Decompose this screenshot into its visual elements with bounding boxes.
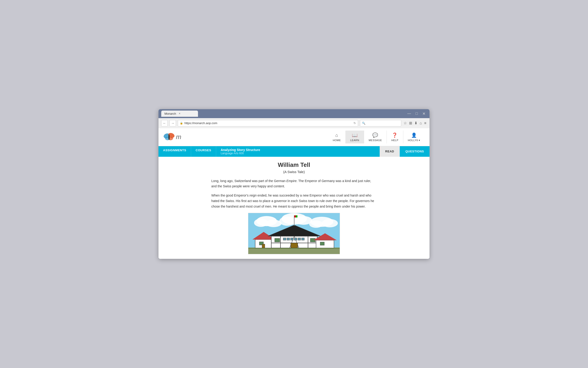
svg-rect-43 <box>296 215 297 217</box>
search-bar[interactable]: 🔍 <box>360 120 401 126</box>
forward-button[interactable]: → <box>169 120 176 126</box>
article-paragraph-1: Long, long ago, Switzerland was part of … <box>211 178 377 189</box>
article-image-container <box>168 213 420 254</box>
site-header: m ⌂ HOME 📖 LEARN 💬 MESSAGE ❓ HELP <box>159 128 429 146</box>
site-navigation: ⌂ HOME 📖 LEARN 💬 MESSAGE ❓ HELP 👤 H <box>328 130 425 144</box>
site-logo[interactable]: m <box>163 132 181 142</box>
breadcrumb-current-subtitle: Language Arts 600 <box>221 152 375 155</box>
breadcrumb-current-title: Analyzing Story Structure <box>221 148 375 152</box>
svg-rect-34 <box>294 238 297 240</box>
breadcrumb-current-page: Analyzing Story Structure Language Arts … <box>216 146 380 157</box>
tab-title: Monarch <box>164 112 176 115</box>
article-subtitle: (A Swiss Tale) <box>168 170 420 174</box>
breadcrumb-courses[interactable]: COURSES <box>191 146 216 157</box>
ssl-lock-icon: 🔒 <box>180 122 183 125</box>
search-icon: 🔍 <box>362 122 365 125</box>
nav-user-label: HOLLY6 ▾ <box>408 139 420 142</box>
nav-learn[interactable]: 📖 LEARN <box>346 130 364 143</box>
nav-home-label: HOME <box>333 139 341 142</box>
learn-icon: 📖 <box>352 132 358 138</box>
svg-rect-15 <box>248 248 340 254</box>
logo-text: m <box>176 133 181 141</box>
home-icon: ⌂ <box>335 133 338 138</box>
download-icon[interactable]: ⬇ <box>414 120 418 126</box>
maximize-button[interactable]: □ <box>414 111 419 116</box>
article-image <box>248 213 340 254</box>
svg-rect-33 <box>291 238 293 240</box>
browser-action-buttons: ☆ ⊞ ⬇ ⌂ ≡ <box>403 120 427 126</box>
empire-italic: Empire <box>286 179 296 183</box>
swiss-building-illustration <box>248 213 340 254</box>
read-button[interactable]: READ <box>380 146 400 157</box>
svg-rect-19 <box>262 244 265 248</box>
home-browser-icon[interactable]: ⌂ <box>419 121 422 126</box>
user-icon: 👤 <box>411 132 417 138</box>
article-title: William Tell <box>168 161 420 168</box>
url-text: https://monarch.aop.com <box>184 121 352 125</box>
browser-window: Monarch × — □ ✕ ← → 🔒 https://monarch.ao… <box>159 109 429 259</box>
svg-point-13 <box>309 221 323 228</box>
article-body: Long, long ago, Switzerland was part of … <box>211 178 377 209</box>
svg-rect-36 <box>302 238 304 240</box>
svg-point-4 <box>168 134 170 140</box>
breadcrumb-assignments[interactable]: ASSIGNMENTS <box>159 146 191 157</box>
questions-button[interactable]: QUESTIONS <box>400 146 429 157</box>
close-button[interactable]: ✕ <box>421 111 427 116</box>
nav-message[interactable]: 💬 MESSAGE <box>364 130 387 143</box>
svg-rect-40 <box>320 242 324 245</box>
breadcrumb-actions: READ QUESTIONS <box>380 146 429 157</box>
help-icon: ❓ <box>392 132 398 138</box>
svg-rect-35 <box>298 238 301 240</box>
nav-help[interactable]: ❓ HELP <box>387 130 403 143</box>
svg-rect-38 <box>316 240 334 248</box>
back-button[interactable]: ← <box>161 120 168 126</box>
website-content: m ⌂ HOME 📖 LEARN 💬 MESSAGE ❓ HELP <box>159 128 429 259</box>
nav-learn-label: LEARN <box>350 139 359 142</box>
message-icon: 💬 <box>372 132 378 138</box>
nav-help-label: HELP <box>391 139 399 142</box>
address-bar[interactable]: 🔒 https://monarch.aop.com ↻ <box>178 120 358 126</box>
nav-message-label: MESSAGE <box>369 139 382 142</box>
article-paragraph-2: When the good Emperor's reign ended, he … <box>211 193 377 209</box>
tab-close-btn[interactable]: × <box>179 112 180 115</box>
menu-icon[interactable]: ≡ <box>424 121 427 126</box>
oppress-italic: oppress <box>292 205 303 208</box>
main-content: William Tell (A Swiss Tale) Long, long a… <box>159 157 429 259</box>
browser-tab[interactable]: Monarch × <box>161 110 198 117</box>
svg-rect-29 <box>275 238 280 242</box>
browser-toolbar: ← → 🔒 https://monarch.aop.com ↻ 🔍 ☆ ⊞ ⬇ … <box>159 118 429 128</box>
logo-butterfly-icon <box>163 132 175 142</box>
nav-user[interactable]: 👤 HOLLY6 ▾ <box>403 130 425 144</box>
svg-rect-37 <box>291 243 298 248</box>
refresh-icon[interactable]: ↻ <box>354 121 356 125</box>
svg-rect-44 <box>248 248 340 248</box>
titlebar-row: Monarch × — □ ✕ <box>159 109 429 118</box>
breadcrumb-bar: ASSIGNMENTS COURSES Analyzing Story Stru… <box>159 146 429 157</box>
window-controls: — □ ✕ <box>406 111 427 116</box>
reign-italic: reign <box>249 193 257 197</box>
svg-rect-32 <box>287 238 290 240</box>
bookmark-manager-icon[interactable]: ⊞ <box>409 120 412 126</box>
svg-point-8 <box>266 220 282 227</box>
nav-home[interactable]: ⌂ HOME <box>328 131 346 143</box>
bookmark-star-icon[interactable]: ☆ <box>403 120 407 126</box>
minimize-button[interactable]: — <box>406 111 412 116</box>
svg-rect-31 <box>283 238 286 240</box>
svg-point-14 <box>322 219 338 227</box>
svg-point-10 <box>279 217 295 226</box>
